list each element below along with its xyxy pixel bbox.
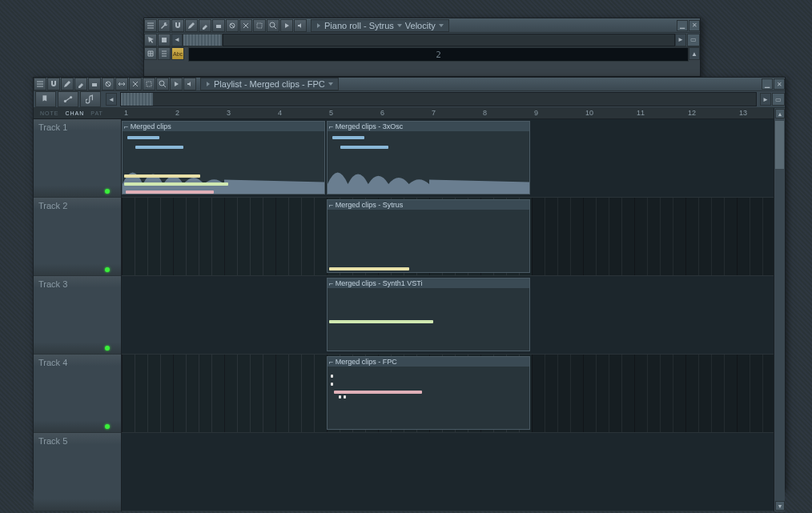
pattern-clip[interactable]: ⌐ Merged clips - Sytrus [327, 199, 530, 273]
speaker-icon[interactable] [183, 78, 196, 90]
mute-icon[interactable] [226, 19, 239, 32]
playlist-hscroll[interactable] [120, 92, 757, 106]
playlist-titlebar[interactable]: Playlist - Merged clips - FPC ▁ ✕ [34, 78, 785, 91]
track-lane[interactable]: ⌐ Merged clips - Sytrus [122, 198, 774, 276]
track-header[interactable]: Track 4 [34, 355, 121, 433]
track-led-icon[interactable] [105, 189, 110, 194]
pattern-clip[interactable]: ⌐ Merged clips - Synth1 VSTi [327, 278, 530, 351]
wrench-icon[interactable] [158, 19, 171, 32]
track-lane[interactable]: ⌐ Merged clips - Synth1 VSTi [122, 276, 774, 355]
speaker-icon[interactable] [294, 19, 307, 32]
menu-icon[interactable] [144, 19, 157, 32]
arrange-area[interactable]: 12345678910111213 ⌐ Merged clips⌐ Merged… [122, 108, 774, 511]
timeline-ruler[interactable]: 12345678910111213 [122, 108, 774, 119]
ruler-bar-number: 4 [278, 109, 282, 117]
hscroll-track[interactable] [223, 34, 675, 46]
automation-mode-button[interactable] [58, 91, 78, 107]
erase-icon[interactable] [88, 78, 101, 90]
marker-mode-button[interactable] [35, 91, 56, 107]
scroll-up-button[interactable]: ▲ [689, 47, 700, 60]
track-name: Track 1 [38, 122, 67, 132]
hscroll-thumb[interactable] [121, 93, 153, 106]
clip-label: ⌐ Merged clips - 3xOsc [328, 122, 529, 131]
scroll-up-button[interactable]: ▲ [775, 109, 785, 118]
scroll-down-button[interactable]: ▼ [775, 501, 785, 511]
track-lane[interactable]: ⌐ Merged clips⌐ Merged clips - 3xOsc [122, 119, 774, 198]
vscroll-thumb[interactable] [775, 121, 784, 169]
mute-icon[interactable] [102, 78, 115, 90]
grid-icon[interactable] [144, 47, 157, 60]
clip-label: ⌐ Merged clips [123, 122, 324, 131]
magnet-icon[interactable] [47, 78, 60, 90]
track-led-icon[interactable] [105, 424, 110, 429]
track-led-icon[interactable] [105, 346, 110, 351]
brush-icon[interactable] [199, 19, 211, 32]
minimize-button[interactable]: ▁ [762, 78, 773, 90]
playlist-body: NOTE CHAN PAT Track 1Track 2Track 3Track… [34, 108, 785, 511]
snap-tab-note[interactable]: NOTE [37, 110, 62, 116]
minimize-button[interactable]: ▁ [677, 20, 688, 31]
chevron-right-icon [207, 82, 210, 86]
track-header[interactable]: Track 5 [34, 433, 121, 511]
select-icon[interactable] [143, 78, 155, 90]
magnet-icon[interactable] [171, 19, 184, 32]
scroll-left-button[interactable]: ◄ [171, 34, 183, 46]
track-lane[interactable] [122, 433, 774, 511]
ruler-bar-number: 3 [227, 109, 231, 117]
snap-tab-pat[interactable]: PAT [87, 110, 107, 116]
track-header[interactable]: Track 2 [34, 198, 121, 276]
play-icon[interactable] [280, 19, 293, 32]
close-button[interactable]: ✕ [774, 78, 785, 90]
audio-mode-button[interactable] [80, 91, 101, 107]
snap-tab-chan[interactable]: CHAN [62, 110, 87, 116]
playlist-window[interactable]: Playlist - Merged clips - FPC ▁ ✕ ◄ ► ▭ … [33, 77, 786, 490]
track-lane[interactable]: ⌐ Merged clips - FPC [122, 355, 774, 433]
scroll-left-button[interactable]: ◄ [106, 93, 117, 106]
clip-label: ⌐ Merged clips - Sytrus [328, 200, 529, 210]
zoom-icon[interactable] [156, 78, 169, 90]
pencil-icon[interactable] [185, 19, 198, 32]
erase-icon[interactable] [212, 19, 225, 32]
zoom-fit-button[interactable]: ▭ [772, 93, 785, 106]
track-name: Track 5 [38, 436, 67, 446]
svg-rect-4 [162, 38, 167, 42]
select-icon[interactable] [253, 19, 266, 32]
pointer-icon[interactable] [144, 34, 157, 46]
track-header[interactable]: Track 1 [34, 119, 121, 198]
hscroll-thumb[interactable] [183, 34, 223, 46]
track-headers: NOTE CHAN PAT Track 1Track 2Track 3Track… [34, 108, 122, 511]
menu-icon[interactable] [34, 78, 46, 90]
play-icon[interactable] [170, 78, 183, 90]
scroll-right-button[interactable]: ► [675, 34, 686, 46]
pattern-clip[interactable]: ⌐ Merged clips - FPC [327, 356, 530, 430]
track-name: Track 4 [38, 358, 67, 367]
piano-roll-titlebar[interactable]: Piano roll - Sytrus Velocity ▁ ✕ [144, 18, 700, 33]
close-button[interactable]: ✕ [689, 20, 700, 31]
brush-icon[interactable] [74, 78, 87, 90]
cut-icon[interactable] [129, 78, 142, 90]
playlist-vscroll[interactable]: ▲ ▼ [774, 108, 785, 511]
piano-roll-window[interactable]: Piano roll - Sytrus Velocity ▁ ✕ ◄ ► ▭ A… [143, 18, 701, 77]
zoom-fit-button[interactable]: ▭ [687, 34, 700, 46]
zoom-icon[interactable] [267, 19, 279, 32]
note-bar [124, 182, 228, 186]
pattern-clip[interactable]: ⌐ Merged clips [122, 121, 325, 194]
note-bar [329, 267, 409, 271]
track-header[interactable]: Track 3 [34, 276, 121, 355]
piano-roll-title-dropdown[interactable]: Piano roll - Sytrus Velocity [311, 19, 449, 32]
ruler-bar-number: 5 [329, 109, 333, 117]
track-led-icon[interactable] [105, 267, 110, 272]
note-bar [127, 136, 159, 139]
note-bar [334, 391, 422, 394]
ruler-bar-number: 10 [585, 109, 593, 117]
playlist-title-dropdown[interactable]: Playlist - Merged clips - FPC [200, 78, 339, 90]
abc-icon[interactable]: Abc [171, 47, 184, 60]
cut-icon[interactable] [239, 19, 252, 32]
slip-icon[interactable] [115, 78, 128, 90]
pattern-clip[interactable]: ⌐ Merged clips - 3xOsc [327, 121, 530, 194]
pencil-icon[interactable] [61, 78, 74, 90]
scroll-right-button[interactable]: ► [760, 93, 771, 106]
list-icon[interactable] [158, 47, 171, 60]
snap-tabs: NOTE CHAN PAT [34, 108, 122, 119]
step-icon[interactable] [158, 34, 171, 46]
